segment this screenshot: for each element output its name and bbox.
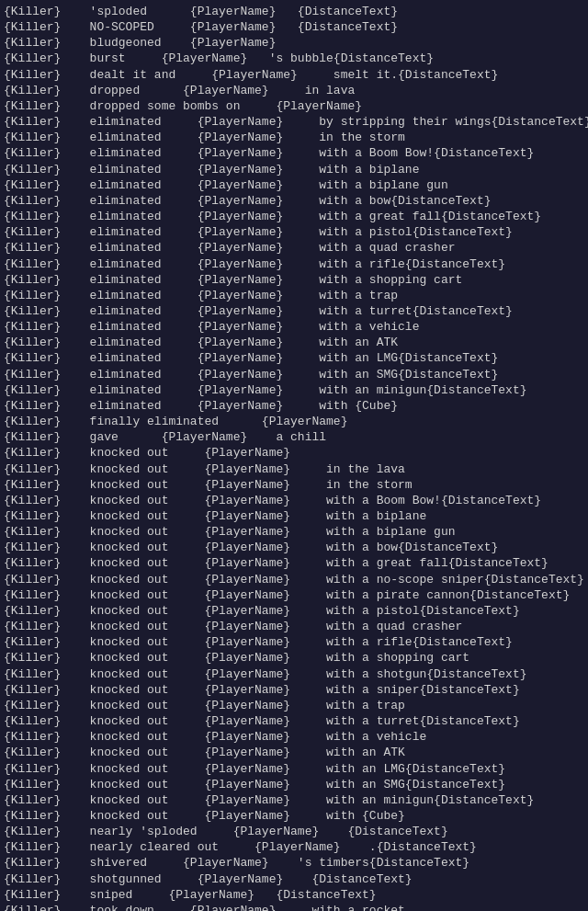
table-row: {Killer} NO-SCOPED {PlayerName} {Distanc…	[2, 19, 586, 35]
table-row: {Killer} eliminated {PlayerName} with a …	[2, 209, 586, 224]
table-row: {Killer} eliminated {PlayerName} with a …	[2, 224, 586, 240]
table-row: {Killer} knocked out {PlayerName} with a…	[2, 650, 586, 666]
table-row: {Killer} sniped {PlayerName} {DistanceTe…	[2, 887, 586, 903]
table-row: {Killer} knocked out {PlayerName} with a…	[2, 713, 586, 729]
table-row: {Killer} bludgeoned {PlayerName}	[2, 35, 586, 51]
table-row: {Killer} knocked out {PlayerName} with a…	[2, 508, 586, 524]
table-row: {Killer} knocked out {PlayerName} with a…	[2, 603, 586, 619]
table-row: {Killer} eliminated {PlayerName} in the …	[2, 130, 586, 145]
table-row: {Killer} knocked out {PlayerName} with a…	[2, 572, 586, 587]
main-container: {Killer} 'sploded {PlayerName} {Distance…	[0, 0, 588, 911]
table-row: {Killer} knocked out {PlayerName} with a…	[2, 792, 586, 808]
table-row: {Killer} 'sploded {PlayerName} {Distance…	[2, 4, 586, 19]
table-row: {Killer} knocked out {PlayerName} with a…	[2, 729, 586, 745]
table-row: {Killer} knocked out {PlayerName} with a…	[2, 634, 586, 650]
table-row: {Killer} knocked out {PlayerName}	[2, 445, 586, 461]
table-row: {Killer} shivered {PlayerName} 's timber…	[2, 855, 586, 871]
table-row: {Killer} knocked out {PlayerName} with a…	[2, 493, 586, 508]
table-row: {Killer} eliminated {PlayerName} with a …	[2, 303, 586, 319]
table-row: {Killer} eliminated {PlayerName} with a …	[2, 319, 586, 335]
table-row: {Killer} gave {PlayerName} a chill	[2, 429, 586, 445]
table-row: {Killer} eliminated {PlayerName} with a …	[2, 162, 586, 177]
table-row: {Killer} nearly 'sploded {PlayerName} {D…	[2, 824, 586, 839]
table-row: {Killer} knocked out {PlayerName} with a…	[2, 619, 586, 634]
table-row: {Killer} eliminated {PlayerName} with a …	[2, 272, 586, 288]
table-row: {Killer} knocked out {PlayerName} with a…	[2, 777, 586, 792]
table-row: {Killer} eliminated {PlayerName} with an…	[2, 335, 586, 350]
table-row: {Killer} knocked out {PlayerName} with a…	[2, 682, 586, 698]
table-row: {Killer} eliminated {PlayerName} with a …	[2, 177, 586, 193]
table-row: {Killer} knocked out {PlayerName} with a…	[2, 587, 586, 603]
table-row: {Killer} eliminated {PlayerName} with a …	[2, 240, 586, 256]
table-row: {Killer} knocked out {PlayerName} with a…	[2, 761, 586, 777]
table-row: {Killer} knocked out {PlayerName} in the…	[2, 461, 586, 477]
table-row: {Killer} knocked out {PlayerName} with a…	[2, 666, 586, 682]
table-row: {Killer} shotgunned {PlayerName} {Distan…	[2, 871, 586, 887]
table-row: {Killer} eliminated {PlayerName} with an…	[2, 382, 586, 398]
table-row: {Killer} burst {PlayerName} 's bubble{Di…	[2, 51, 586, 66]
table-row: {Killer} eliminated {PlayerName} with an…	[2, 350, 586, 366]
table-row: {Killer} knocked out {PlayerName} with {…	[2, 808, 586, 824]
table-row: {Killer} knocked out {PlayerName} in the…	[2, 477, 586, 493]
table-row: {Killer} took down {PlayerName} with a r…	[2, 903, 586, 911]
table-row: {Killer} eliminated {PlayerName} with a …	[2, 256, 586, 272]
table-row: {Killer} dealt it and {PlayerName} smelt…	[2, 67, 586, 83]
table-row: {Killer} knocked out {PlayerName} with a…	[2, 745, 586, 760]
table-row: {Killer} knocked out {PlayerName} with a…	[2, 555, 586, 571]
table-row: {Killer} eliminated {PlayerName} with a …	[2, 145, 586, 161]
table-row: {Killer} knocked out {PlayerName} with a…	[2, 698, 586, 713]
table-row: {Killer} eliminated {PlayerName} with an…	[2, 367, 586, 382]
table-row: {Killer} eliminated {PlayerName} with {C…	[2, 398, 586, 414]
table-row: {Killer} dropped {PlayerName} in lava	[2, 83, 586, 98]
table-row: {Killer} dropped some bombs on {PlayerNa…	[2, 98, 586, 114]
table-row: {Killer} eliminated {PlayerName} by stri…	[2, 114, 586, 130]
table-row: {Killer} finally eliminated {PlayerName}	[2, 414, 586, 429]
table-row: {Killer} knocked out {PlayerName} with a…	[2, 540, 586, 555]
table-row: {Killer} knocked out {PlayerName} with a…	[2, 524, 586, 540]
table-row: {Killer} nearly cleared out {PlayerName}…	[2, 839, 586, 855]
table-row: {Killer} eliminated {PlayerName} with a …	[2, 193, 586, 209]
table-row: {Killer} eliminated {PlayerName} with a …	[2, 288, 586, 303]
